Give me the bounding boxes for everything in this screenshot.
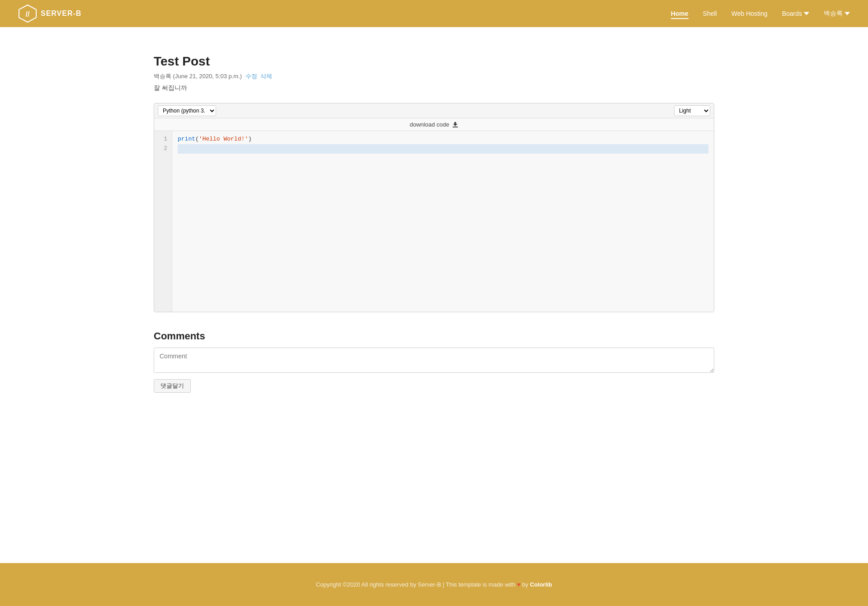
post-body: 잘 써집니까 (154, 84, 714, 92)
navbar: // SERVER-B Home Shell Web Hosting Board… (0, 0, 868, 27)
main-content: Test Post 백승록 (June 21, 2020, 5:03 p.m.)… (0, 27, 868, 563)
heart-icon: ♥ (517, 581, 521, 588)
svg-rect-2 (453, 127, 458, 127)
footer-by: by (522, 581, 528, 588)
line-numbers: 1 2 (154, 131, 172, 312)
theme-select[interactable]: Light Dark Monokai (674, 105, 710, 116)
brand-logo-icon: // (18, 4, 37, 23)
download-icon (452, 122, 458, 128)
post-date: June 21, 2020, 5:03 p.m. (175, 73, 240, 80)
svg-text://: // (26, 10, 30, 18)
language-select[interactable]: Python (python 3. JavaScript C++ Java (158, 105, 216, 116)
download-label: download code (410, 121, 449, 128)
footer-copyright: Copyright ©2020 All rights reserved by S… (316, 581, 515, 588)
footer: Copyright ©2020 All rights reserved by S… (0, 563, 868, 606)
chevron-down-icon (804, 11, 809, 16)
nav-links: Home Shell Web Hosting Boards 백승록 (671, 9, 850, 18)
chevron-down-icon-2 (844, 11, 850, 16)
post-delete-link[interactable]: 삭제 (260, 73, 272, 80)
comment-submit-button[interactable]: 댓글달기 (154, 379, 191, 393)
post-title: Test Post (154, 54, 714, 69)
code-editor: Python (python 3. JavaScript C++ Java Li… (154, 103, 714, 312)
nav-boards-dropdown[interactable]: Boards (782, 10, 809, 17)
comments-section: Comments 댓글달기 (154, 330, 714, 393)
comment-input[interactable] (154, 348, 714, 373)
line-number-2: 2 (159, 144, 167, 154)
footer-colorlib-link[interactable]: Colorlib (530, 581, 552, 588)
line-number-1: 1 (159, 135, 167, 144)
brand: // SERVER-B (18, 4, 81, 23)
code-line-1: print('Hello World!') (178, 135, 708, 144)
code-line-2: ​ (178, 144, 708, 154)
nav-shell[interactable]: Shell (703, 10, 717, 17)
footer-text: Copyright ©2020 All rights reserved by S… (9, 581, 859, 588)
comments-title: Comments (154, 330, 714, 342)
post-meta: 백승록 (June 21, 2020, 5:03 p.m.) 수정 삭제 (154, 72, 714, 80)
code-content[interactable]: print('Hello World!') ​ (172, 131, 714, 312)
post-section: Test Post 백승록 (June 21, 2020, 5:03 p.m.)… (154, 54, 714, 92)
post-author: 백승록 (154, 73, 171, 80)
post-edit-link[interactable]: 수정 (245, 73, 257, 80)
download-code-bar[interactable]: download code (154, 118, 714, 131)
brand-name: SERVER-B (41, 9, 81, 18)
code-editor-toolbar: Python (python 3. JavaScript C++ Java Li… (154, 103, 714, 118)
nav-user-dropdown[interactable]: 백승록 (824, 9, 850, 18)
nav-web-hosting[interactable]: Web Hosting (731, 10, 768, 17)
nav-home[interactable]: Home (671, 10, 689, 19)
code-area: 1 2 print('Hello World!') ​ (154, 131, 714, 312)
